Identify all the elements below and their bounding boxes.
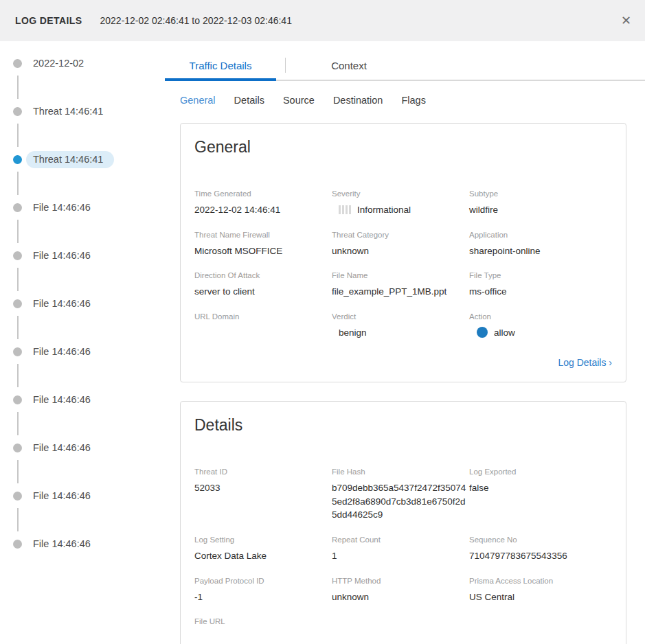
field-label: File Hash — [332, 468, 469, 476]
timeline-dot-icon — [13, 540, 22, 549]
field-value: US Central — [469, 590, 605, 604]
tab-traffic-details[interactable]: Traffic Details — [165, 51, 276, 80]
field-log-setting: Log SettingCortex Data Lake — [194, 536, 332, 563]
timeline-event-item[interactable]: Threat 14:46:41 — [0, 102, 165, 120]
timeline-event-item[interactable]: File 14:46:46 — [0, 295, 165, 312]
field-url-domain: URL Domain — [194, 312, 332, 340]
field-value: 2022-12-02 14:46:41 — [194, 203, 330, 217]
timeline-list: 2022-12-02Threat 14:46:41Threat 14:46:41… — [0, 54, 165, 553]
field-label: Log Exported — [469, 468, 612, 476]
field-value-text: allow — [494, 326, 515, 340]
timeline-item-label: File 14:46:46 — [26, 343, 102, 360]
subtab-general[interactable]: General — [180, 95, 216, 106]
field-label: File URL — [194, 617, 332, 625]
field-log-exported: Log Exportedfalse — [469, 468, 612, 522]
timeline-item-label: File 14:46:46 — [26, 487, 102, 505]
field-time-generated: Time Generated2022-12-02 14:46:41 — [194, 189, 332, 217]
timeline-item-label: Threat 14:46:41 — [26, 103, 114, 120]
field-severity: SeverityInformational — [332, 189, 469, 217]
field-label: Prisma Access Location — [469, 577, 612, 585]
panel-header: LOG DETAILS 2022-12-02 02:46:41 to 2022-… — [0, 0, 645, 41]
timeline-dot-icon — [13, 492, 22, 501]
field-label: Sequence No — [469, 536, 612, 544]
timeline-dot-icon — [13, 444, 22, 452]
field-value-text: wildfire — [469, 203, 498, 217]
timeline-dot-icon — [13, 347, 22, 356]
timeline-dot-icon — [13, 299, 22, 308]
general-field-grid: Time Generated2022-12-02 14:46:41Severit… — [194, 189, 612, 339]
field-value: wildfire — [469, 203, 605, 217]
log-date-range: 2022-12-02 02:46:41 to 2022-12-03 02:46:… — [100, 15, 291, 26]
field-value-text: sharepoint-online — [469, 244, 541, 258]
subtab-source[interactable]: Source — [283, 95, 315, 106]
field-prisma-access-location: Prisma Access LocationUS Central — [469, 577, 612, 604]
field-file-name: File Namefile_example_PPT_1MB.ppt — [332, 271, 469, 299]
close-icon[interactable]: ✕ — [618, 12, 634, 30]
field-label: File Name — [332, 271, 469, 279]
timeline-item-label: File 14:46:46 — [26, 536, 102, 553]
field-value: unknown — [332, 244, 468, 258]
subtab-details[interactable]: Details — [234, 95, 264, 106]
field-value-text: benign — [339, 326, 367, 340]
field-value: 1 — [332, 549, 468, 563]
field-label: Action — [469, 312, 612, 321]
field-value-text: ms-office — [469, 285, 507, 299]
field-label: Severity — [332, 189, 469, 198]
field-subtype: Subtypewildfire — [469, 189, 612, 217]
field-label: Threat ID — [194, 468, 332, 476]
timeline-event-item[interactable]: Threat 14:46:41 — [0, 150, 165, 168]
timeline-event-item[interactable]: File 14:46:46 — [0, 343, 165, 360]
field-value-text: false — [469, 481, 489, 495]
field-value-text: unknown — [332, 244, 369, 258]
general-card: General Time Generated2022-12-02 14:46:4… — [180, 123, 626, 382]
subtab-destination[interactable]: Destination — [333, 95, 383, 106]
field-value: benign — [332, 326, 468, 340]
field-file-hash: File Hashb709debb365a5437f2472f350745ed2… — [332, 468, 469, 522]
field-http-method: HTTP Methodunknown — [332, 577, 469, 604]
field-value: 7104797783675543356 — [469, 549, 605, 563]
field-value-text: 7104797783675543356 — [469, 549, 567, 563]
panel-title: LOG DETAILS — [15, 15, 82, 26]
field-label: URL Domain — [194, 312, 332, 321]
timeline-event-item[interactable]: File 14:46:46 — [0, 198, 165, 216]
details-field-grid: Threat ID52033File Hashb709debb365a5437f… — [194, 468, 612, 643]
field-value-text: US Central — [469, 590, 514, 604]
field-value: unknown — [332, 590, 468, 604]
field-file-url: File URL — [194, 617, 332, 643]
field-value-text: -1 — [194, 590, 203, 604]
field-value-text: Microsoft MSOFFICE — [194, 244, 282, 258]
timeline-item-label: File 14:46:46 — [26, 391, 102, 409]
field-value: sharepoint-online — [469, 244, 605, 258]
field-threat-category: Threat Categoryunknown — [332, 231, 469, 258]
field-value: server to client — [194, 285, 330, 299]
field-action: Actionallow — [469, 312, 612, 340]
log-details-link[interactable]: Log Details › — [558, 357, 612, 368]
subtab-flags[interactable]: Flags — [401, 95, 425, 106]
timeline-dot-icon — [13, 59, 22, 68]
main-content: Traffic DetailsContext GeneralDetailsSou… — [165, 41, 645, 644]
field-label: File Type — [469, 271, 612, 279]
field-label: Time Generated — [194, 189, 332, 198]
timeline-selected-dot-icon — [13, 155, 22, 164]
field-value: b709debb365a5437f2472f350745ed2f8a6890d7… — [332, 481, 468, 522]
field-verdict: Verdictbenign — [332, 312, 469, 340]
timeline-event-item[interactable]: File 14:46:46 — [0, 391, 165, 409]
field-label: Log Setting — [194, 536, 332, 544]
timeline-item-label: File 14:46:46 — [26, 295, 102, 312]
field-label: Application — [469, 231, 612, 239]
tab-context[interactable]: Context — [286, 51, 412, 80]
field-label: Subtype — [469, 189, 612, 198]
field-value: Microsoft MSOFFICE — [194, 244, 330, 258]
details-card-title: Details — [194, 416, 612, 435]
field-label: Threat Category — [332, 231, 469, 239]
timeline-event-item[interactable]: File 14:46:46 — [0, 535, 165, 553]
field-value-text: file_example_PPT_1MB.ppt — [332, 285, 446, 299]
field-value: 52033 — [194, 481, 330, 495]
timeline-event-item[interactable]: File 14:46:46 — [0, 246, 165, 264]
timeline-event-item[interactable]: File 14:46:46 — [0, 439, 165, 457]
field-value: Informational — [332, 203, 468, 217]
timeline-event-item[interactable]: File 14:46:46 — [0, 487, 165, 505]
log-details-panel: LOG DETAILS 2022-12-02 02:46:41 to 2022-… — [0, 0, 645, 644]
field-value-text: unknown — [332, 590, 369, 604]
timeline-date-item: 2022-12-02 — [0, 54, 165, 72]
